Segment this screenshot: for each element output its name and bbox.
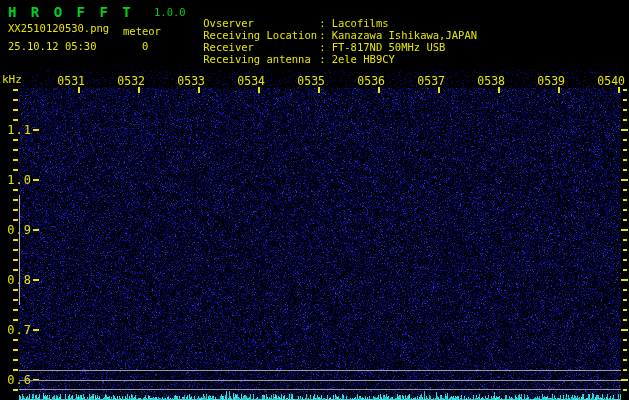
- observation-mode: meteor: [123, 25, 161, 37]
- frequency-label: 0.7: [1, 323, 32, 337]
- frequency-tick-minor: [623, 109, 627, 111]
- time-tick: [318, 87, 320, 93]
- frequency-tick-minor: [623, 289, 627, 291]
- frequency-tick-minor: [13, 259, 18, 261]
- frequency-tick-minor: [623, 339, 627, 341]
- separator: :: [319, 53, 325, 65]
- time-tick: [258, 87, 260, 93]
- frequency-tick-minor: [13, 369, 18, 371]
- info-row-antenna: Receiving antenna:2ele HB9CY: [178, 41, 395, 77]
- frequency-tick-minor: [13, 239, 18, 241]
- observation-datetime: 25.10.12 05:30: [8, 40, 97, 52]
- hrofft-window: H R O F F T 1.0.0 XX2510120530.png meteo…: [0, 0, 629, 400]
- time-label: 0531: [55, 74, 85, 88]
- time-label: 0532: [115, 74, 145, 88]
- reference-line: [19, 380, 621, 381]
- frequency-tick-minor: [13, 209, 18, 211]
- frequency-tick-minor: [623, 219, 627, 221]
- frequency-tick-major: [621, 179, 628, 181]
- frequency-tick-major: [621, 329, 628, 331]
- frequency-unit-label: kHz: [2, 73, 22, 86]
- time-label: 0539: [535, 74, 565, 88]
- frequency-tick-minor: [13, 299, 18, 301]
- time-tick: [558, 87, 560, 93]
- time-label: 0538: [475, 74, 505, 88]
- frequency-tick-minor: [13, 199, 18, 201]
- frequency-label: 0.9: [1, 223, 32, 237]
- frequency-tick-minor: [13, 389, 18, 391]
- frequency-tick-major: [621, 229, 628, 231]
- frequency-tick-minor: [623, 389, 627, 391]
- frequency-tick-minor: [623, 209, 627, 211]
- time-label: 0536: [355, 74, 385, 88]
- frequency-tick-minor: [623, 119, 627, 121]
- frequency-tick-minor: [13, 349, 18, 351]
- time-label: 0540: [595, 74, 625, 88]
- frequency-tick-minor: [13, 89, 18, 91]
- reference-line: [19, 370, 621, 371]
- frequency-tick-minor: [623, 249, 627, 251]
- frequency-tick-major: [621, 379, 628, 381]
- frequency-tick-minor: [13, 319, 18, 321]
- frequency-tick-minor: [623, 159, 627, 161]
- time-label: 0533: [175, 74, 205, 88]
- frequency-tick-minor: [623, 349, 627, 351]
- frequency-tick-minor: [13, 219, 18, 221]
- antenna-value: 2ele HB9CY: [332, 53, 395, 65]
- frequency-tick-minor: [13, 339, 18, 341]
- frequency-tick-minor: [623, 239, 627, 241]
- output-filename: XX2510120530.png: [8, 22, 109, 34]
- frequency-tick-minor: [13, 149, 18, 151]
- frequency-tick-minor: [623, 139, 627, 141]
- frequency-tick-major: [33, 329, 39, 331]
- reference-line: [19, 389, 621, 390]
- antenna-label: Receiving antenna: [203, 53, 319, 65]
- frequency-label: 1.1: [1, 123, 32, 137]
- time-tick: [438, 87, 440, 93]
- frequency-tick-minor: [623, 189, 627, 191]
- frequency-tick-minor: [623, 319, 627, 321]
- time-tick: [78, 87, 80, 93]
- meteor-count: 0: [142, 40, 148, 52]
- frequency-label: 0.8: [1, 273, 32, 287]
- spectrogram-canvas: [19, 70, 621, 400]
- frequency-tick-minor: [13, 159, 18, 161]
- time-tick: [378, 87, 380, 93]
- frequency-tick-minor: [13, 109, 18, 111]
- frequency-tick-minor: [623, 99, 627, 101]
- frequency-tick-minor: [13, 139, 18, 141]
- frequency-tick-minor: [623, 299, 627, 301]
- time-tick: [198, 87, 200, 93]
- time-label: 0537: [415, 74, 445, 88]
- frequency-tick-minor: [13, 289, 18, 291]
- frequency-tick-minor: [623, 369, 627, 371]
- frequency-tick-minor: [623, 89, 627, 91]
- time-label: 0535: [295, 74, 325, 88]
- frequency-tick-minor: [623, 309, 627, 311]
- frequency-tick-major: [33, 229, 39, 231]
- app-title: H R O F F T: [8, 4, 134, 20]
- frequency-tick-minor: [13, 249, 18, 251]
- frequency-tick-minor: [13, 269, 18, 271]
- frequency-tick-minor: [623, 169, 627, 171]
- time-tick: [138, 87, 140, 93]
- frequency-tick-minor: [13, 359, 18, 361]
- frequency-tick-minor: [623, 199, 627, 201]
- time-tick: [498, 87, 500, 93]
- frequency-tick-major: [33, 129, 39, 131]
- time-tick: [618, 87, 620, 93]
- frequency-tick-major: [621, 129, 628, 131]
- frequency-label: 1.0: [1, 173, 32, 187]
- frequency-tick-minor: [13, 309, 18, 311]
- frequency-tick-minor: [13, 119, 18, 121]
- frequency-tick-minor: [13, 189, 18, 191]
- frequency-tick-minor: [623, 259, 627, 261]
- frequency-tick-minor: [623, 359, 627, 361]
- frequency-tick-major: [33, 179, 39, 181]
- frequency-tick-major: [33, 279, 39, 281]
- frequency-tick-major: [621, 279, 628, 281]
- frequency-tick-minor: [13, 99, 18, 101]
- time-label: 0534: [235, 74, 265, 88]
- detection-band-marker: [19, 195, 20, 305]
- frequency-tick-minor: [623, 149, 627, 151]
